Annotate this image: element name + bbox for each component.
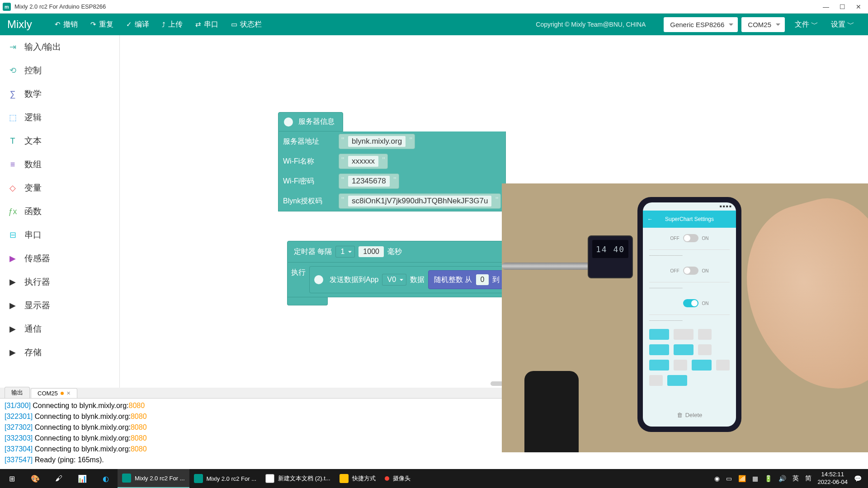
phone-toggle-row: OFFON	[643, 228, 736, 249]
category-输入/输出[interactable]: ⇥输入/输出	[0, 35, 119, 59]
settings-menu[interactable]: 设置﹀	[825, 17, 861, 32]
phone-section-label: ─────────────	[643, 283, 736, 293]
category-icon: ⟲	[7, 65, 18, 76]
compile-button[interactable]: ✓编译	[120, 17, 156, 32]
block-footer	[287, 297, 328, 305]
taskbar-app-icon[interactable]: 📊	[71, 469, 94, 488]
timer-count-dropdown[interactable]: 1	[335, 246, 355, 258]
file-menu[interactable]: 文件﹀	[788, 17, 825, 32]
block-row: Wi-Fi名称xxxxxx	[278, 151, 505, 171]
string-value-block[interactable]: sc8iOnK1jV7jk990dhJTQBhNekJF3G7u	[339, 193, 501, 209]
category-存储[interactable]: ▶存储	[0, 341, 119, 364]
board-select[interactable]: Generic ESP8266	[664, 17, 738, 32]
redo-button[interactable]: ↷重复	[84, 17, 120, 32]
field-label: Wi-Fi密码	[283, 177, 335, 186]
tray-icon[interactable]: ◉	[714, 475, 720, 482]
category-label: 执行器	[24, 276, 50, 288]
phone-toggle-row: OFFON	[643, 293, 736, 314]
notifications-icon[interactable]: 💬	[854, 475, 862, 482]
statusbar-button[interactable]: ▭状态栏	[225, 17, 268, 32]
main-toolbar: Mixly ↶撤销 ↷重复 ✓编译 ⤴上传 ⇄串口 ▭状态栏 Copyright…	[0, 14, 868, 35]
activity-dot-icon	[61, 392, 64, 395]
app-icon: m	[3, 3, 11, 11]
string-value-block[interactable]: xxxxxx	[339, 154, 388, 169]
volume-icon[interactable]: 🔊	[778, 475, 786, 482]
category-显示器[interactable]: ▶显示器	[0, 294, 119, 317]
taskbar-item-label: Mixly 2.0 rc2 For ...	[207, 475, 257, 482]
phone-app-header: ← SuperChart Settings	[643, 211, 736, 228]
category-传感器[interactable]: ▶传感器	[0, 247, 119, 270]
category-label: 显示器	[24, 300, 50, 311]
upload-button[interactable]: ⤴上传	[156, 17, 189, 32]
phone-section-label: ─────────────	[643, 316, 736, 325]
device-display: 14 40	[592, 240, 628, 258]
undo-button[interactable]: ↶撤销	[48, 17, 84, 32]
category-数学[interactable]: ∑数学	[0, 82, 119, 106]
status-icon: ▭	[231, 20, 237, 28]
category-sidebar[interactable]: ⇥输入/输出⟲控制∑数学⬚逻辑T文本≡数组◇变量ƒx函数⊟串口▶传感器▶执行器▶…	[0, 35, 120, 388]
tray-icon[interactable]: ▦	[752, 475, 758, 482]
taskbar-app-icon[interactable]: ◐	[94, 469, 118, 488]
category-数组[interactable]: ≡数组	[0, 153, 119, 176]
tab-output[interactable]: 输出	[5, 387, 30, 398]
category-label: 存储	[24, 347, 42, 358]
timer-interval-input[interactable]: 1000	[359, 246, 384, 257]
taskbar-item[interactable]: 摄像头	[380, 469, 415, 488]
phone-status-bar: ■ ■ ■ ■	[720, 204, 731, 208]
pin-dropdown[interactable]: V0	[382, 274, 406, 286]
block-row: Wi-Fi密码12345678	[278, 171, 505, 191]
server-info-block[interactable]: 服务器信息 服务器地址blynk.mixly.orgWi-Fi名称xxxxxxW…	[278, 112, 506, 211]
taskbar-item[interactable]: Mixly 2.0 rc2 For ...	[118, 469, 189, 488]
taskbar-item[interactable]: 新建文本文档 (2).t...	[261, 469, 335, 488]
upload-icon: ⤴	[162, 21, 165, 28]
minimize-icon[interactable]: —	[823, 4, 829, 10]
category-label: 传感器	[24, 253, 50, 264]
trash-icon: 🗑	[677, 412, 683, 418]
category-通信[interactable]: ▶通信	[0, 317, 119, 341]
check-icon: ✓	[126, 20, 132, 28]
tab-com25[interactable]: COM25 ✕	[31, 388, 77, 398]
taskbar-clock[interactable]: 14:52:112022-06-04	[818, 471, 848, 486]
tray-icon[interactable]: ▭	[726, 475, 732, 482]
maximize-icon[interactable]: ☐	[839, 4, 845, 10]
category-函数[interactable]: ƒx函数	[0, 200, 119, 223]
serial-button[interactable]: ⇄串口	[189, 17, 225, 32]
block-row: Blynk授权码sc8iOnK1jV7jk990dhJTQBhNekJF3G7u	[278, 191, 505, 211]
category-执行器[interactable]: ▶执行器	[0, 270, 119, 294]
battery-icon[interactable]: 🔋	[764, 475, 772, 482]
phone-chip-grid	[643, 325, 736, 389]
port-select[interactable]: COM25	[741, 17, 785, 32]
category-label: 变量	[24, 182, 42, 194]
camera-feed: 14 40 ■ ■ ■ ■ ← SuperChart Settings OFFO…	[502, 183, 868, 452]
string-value-block[interactable]: blynk.mixly.org	[339, 134, 415, 149]
taskbar-app-icon[interactable]: 🖌	[47, 469, 71, 488]
tab-close-icon[interactable]: ✕	[66, 390, 71, 396]
taskbar-item[interactable]: Mixly 2.0 rc2 For ...	[189, 469, 261, 488]
taskbar-item[interactable]: 快捷方式	[335, 469, 380, 488]
taskbar-app-icon[interactable]: 🎨	[24, 469, 47, 488]
start-button[interactable]: ⊞	[0, 469, 24, 488]
category-label: 通信	[24, 323, 42, 335]
category-变量[interactable]: ◇变量	[0, 176, 119, 200]
phone-section-label: ─────────────	[643, 251, 736, 260]
category-文本[interactable]: T文本	[0, 129, 119, 153]
ime-indicator[interactable]: 简	[805, 474, 811, 483]
category-icon: T	[7, 136, 18, 146]
block-header: 服务器信息	[278, 112, 343, 131]
category-icon: ⬚	[7, 112, 18, 123]
wifi-icon[interactable]: 📶	[738, 475, 746, 482]
random-from-input[interactable]: 0	[476, 274, 489, 285]
category-逻辑[interactable]: ⬚逻辑	[0, 106, 119, 129]
category-icon: ▶	[7, 277, 18, 287]
field-label: Blynk授权码	[283, 197, 335, 206]
taskbar-item-label: 摄像头	[393, 474, 410, 483]
category-串口[interactable]: ⊟串口	[0, 223, 119, 247]
close-icon[interactable]: ✕	[855, 4, 862, 10]
ime-indicator[interactable]: 英	[793, 474, 799, 483]
string-value-block[interactable]: 12345678	[339, 174, 399, 189]
category-label: 控制	[24, 65, 42, 76]
system-tray: ◉ ▭ 📶 ▦ 🔋 🔊 英 简 14:52:112022-06-04 💬	[708, 471, 868, 486]
category-控制[interactable]: ⟲控制	[0, 59, 119, 82]
console-line: [337547] Ready (ping: 165ms).	[5, 455, 863, 465]
category-icon: ≡	[7, 159, 18, 170]
